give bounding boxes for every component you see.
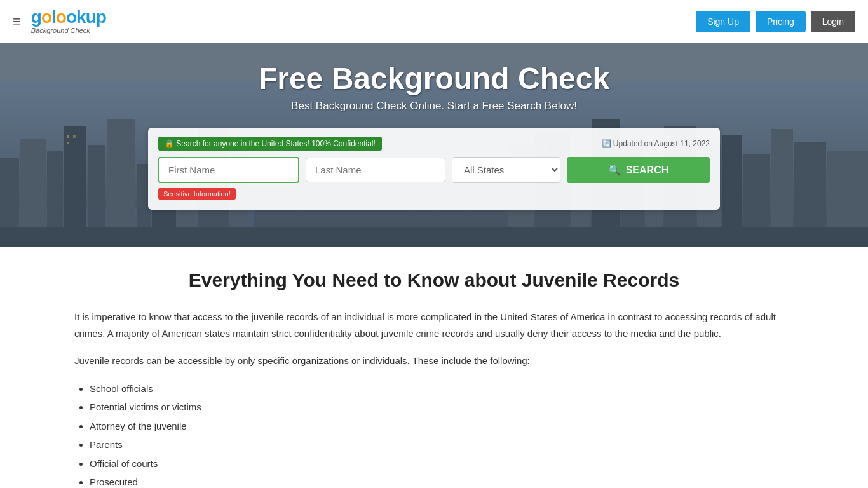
article-title: Everything You Need to Know about Juveni… [74,269,794,291]
article-list: School officialsPotential victims or vic… [90,381,794,489]
sensitive-badge: Sensitive Information! [158,188,236,200]
hero-title: Free Background Check [0,61,868,96]
search-form-container: 🔒 Search for anyone in the United States… [148,128,720,210]
first-name-input[interactable] [158,157,299,183]
hero-section: Free Background Check Best Background Ch… [0,43,868,247]
logo-text: golookup [31,8,106,26]
search-button[interactable]: 🔍 SEARCH [567,157,710,183]
list-item: Prosecuted [90,474,794,488]
site-header: ≡ golookup Background Check Sign Up Pric… [0,0,868,43]
article-body: It is imperative to know that access to … [74,309,794,488]
list-item: Attorney of the juvenile [90,418,794,435]
logo[interactable]: golookup Background Check [31,8,106,34]
signup-button[interactable]: Sign Up [696,11,750,32]
list-item: School officials [90,381,794,397]
search-button-label: SEARCH [626,165,669,176]
search-icon: 🔍 [608,164,621,176]
main-content: Everything You Need to Know about Juveni… [59,247,809,488]
list-item: Parents [90,437,794,453]
hero-content: Free Background Check Best Background Ch… [0,61,868,128]
list-item: Potential victims or victims [90,399,794,416]
article-paragraph-2: Juvenile records can be accessible by on… [74,353,794,369]
search-fields: All StatesAlabamaAlaskaArizonaArkansasCa… [158,157,710,183]
login-button[interactable]: Login [811,11,855,32]
search-notice: 🔒 Search for anyone in the United States… [158,137,382,151]
search-updated-text: 🔄 Updated on August 11, 2022 [602,139,710,148]
header-left: ≡ golookup Background Check [13,8,106,34]
state-select[interactable]: All StatesAlabamaAlaskaArizonaArkansasCa… [452,157,560,183]
logo-subtitle: Background Check [31,27,90,34]
list-item: Official of courts [90,456,794,472]
last-name-input[interactable] [306,158,445,182]
hero-subtitle: Best Background Check Online. Start a Fr… [0,100,868,112]
header-nav: Sign Up Pricing Login [696,11,855,32]
hamburger-menu-icon[interactable]: ≡ [13,13,21,30]
search-top-row: 🔒 Search for anyone in the United States… [158,137,710,151]
article-paragraph-1: It is imperative to know that access to … [74,309,794,341]
pricing-button[interactable]: Pricing [756,11,806,32]
